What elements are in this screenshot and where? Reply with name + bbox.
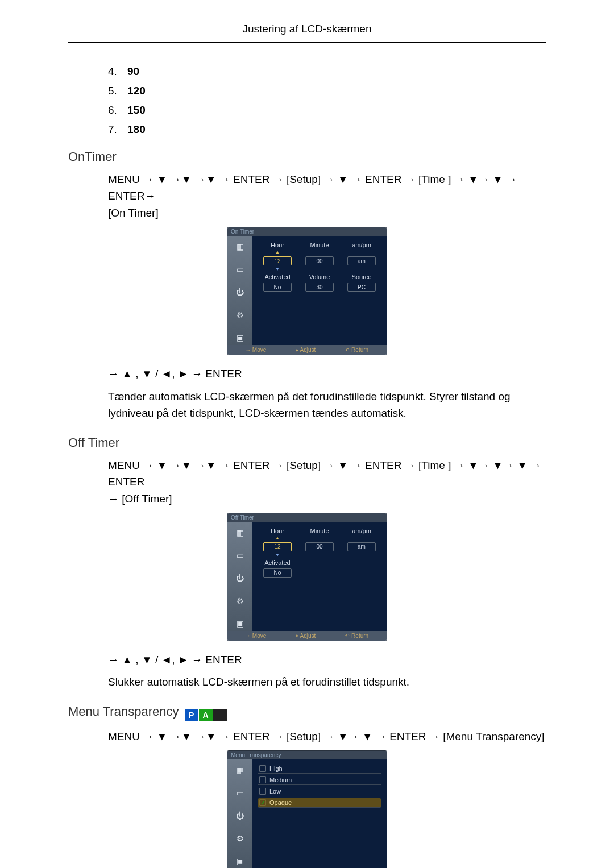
list-number: 5. (108, 85, 127, 97)
osd-label: Minute (310, 528, 329, 534)
picture-icon: ▦ (233, 525, 247, 540)
osd-value-ampm[interactable]: am (347, 542, 376, 551)
list-number: 7. (108, 123, 127, 136)
power-icon: ⏻ (233, 285, 247, 300)
osd-footer: ↔Move ♦Adjust ↶Return (227, 345, 387, 355)
a-mode-icon: A (199, 709, 213, 721)
screen-icon: ▭ (233, 262, 247, 277)
picture-icon: ▦ (233, 763, 247, 778)
list-value: 180 (127, 123, 146, 136)
description: Slukker automatisk LCD-skærmen på et for… (108, 674, 546, 690)
power-icon: ⏻ (233, 571, 247, 585)
up-triangle-icon: ▲ (275, 537, 280, 540)
osd-label: Activated (264, 559, 290, 566)
section-title-menu-transparency: Menu Transparency P A (68, 704, 546, 721)
osd-menu-transparency: Menu Transparency ▦ ▭ ⏻ ⚙ ▣ High Medium … (227, 750, 387, 868)
gear-icon: ⚙ (233, 831, 247, 846)
list-item: 7.180 (108, 123, 546, 136)
osd-value-activated[interactable]: No (263, 283, 292, 292)
nav-line: → ▲ , ▼ / ◄, ► → ENTER (108, 366, 546, 382)
osd-value-hour[interactable]: 12 (263, 542, 292, 551)
section-title-ontimer: OnTimer (68, 149, 546, 164)
move-icon: ↔ (246, 347, 251, 353)
osd-value-minute[interactable]: 00 (305, 542, 334, 551)
osd-sidebar: ▦ ▭ ⏻ ⚙ ▣ (227, 759, 252, 868)
screen-icon: ▭ (233, 548, 247, 563)
move-icon: ↔ (246, 633, 251, 638)
dark-mode-icon (213, 709, 227, 721)
list-value: 120 (127, 85, 146, 97)
list-number: 4. (108, 65, 127, 78)
osd-label: Source (352, 273, 372, 280)
p-mode-icon: P (185, 709, 198, 721)
osd-label: Hour (271, 528, 284, 534)
page-header: Justering af LCD-skærmen (68, 0, 546, 43)
description: Tænder automatisk LCD-skærmen på det for… (108, 388, 546, 422)
osd-value-ampm[interactable]: am (347, 256, 376, 265)
return-icon: ↶ (345, 633, 350, 638)
osd-label: am/pm (352, 528, 371, 534)
list-item: 4.90 (108, 65, 546, 78)
osd-footer: ↔Move ♦Adjust ↶Return (227, 631, 387, 641)
osd-value-source[interactable]: PC (347, 283, 376, 292)
osd-title: Menu Transparency (227, 751, 387, 759)
adjust-icon: ♦ (296, 347, 298, 353)
nav-line: MENU → ▼ →▼ →▼ → ENTER → [Setup] → ▼ → E… (108, 457, 546, 507)
gear-icon: ⚙ (233, 308, 247, 322)
osd-option-medium[interactable]: Medium (258, 775, 381, 785)
osd-option-low[interactable]: Low (258, 787, 381, 796)
list-value: 90 (127, 65, 139, 78)
ordered-list: 4.90 5.120 6.150 7.180 (68, 65, 546, 136)
osd-value-activated[interactable]: No (263, 568, 292, 578)
osd-sidebar: ▦ ▭ ⏻ ⚙ ▣ (227, 236, 252, 345)
adjust-icon: ♦ (296, 633, 298, 638)
osd-title: On Timer (227, 227, 387, 236)
nav-line: MENU → ▼ →▼ →▼ → ENTER → [Setup] → ▼ → E… (108, 171, 546, 221)
osd-label: am/pm (352, 242, 371, 248)
tv-icon: ▣ (233, 616, 247, 631)
osd-value-volume[interactable]: 30 (305, 283, 334, 292)
list-item: 6.150 (108, 104, 546, 117)
osd-off-timer: Off Timer ▦ ▭ ⏻ ⚙ ▣ Hour ▲ (227, 513, 387, 641)
tv-icon: ▣ (233, 854, 247, 868)
picture-icon: ▦ (233, 239, 247, 254)
nav-line: → ▲ , ▼ / ◄, ► → ENTER (108, 651, 546, 668)
gear-icon: ⚙ (233, 593, 247, 608)
osd-label: Minute (310, 242, 329, 248)
screen-icon: ▭ (233, 786, 247, 800)
down-triangle-icon: ▼ (275, 554, 280, 557)
osd-value-minute[interactable]: 00 (305, 256, 334, 265)
osd-value-hour[interactable]: 12 (263, 256, 292, 265)
osd-on-timer: On Timer ▦ ▭ ⏻ ⚙ ▣ Hour ▲ (227, 227, 387, 355)
check-icon: ✔ (259, 799, 266, 806)
osd-label: Activated (264, 273, 290, 280)
osd-title: Off Timer (227, 513, 387, 522)
up-triangle-icon: ▲ (275, 251, 280, 254)
osd-option-opaque[interactable]: ✔Opaque (258, 798, 381, 808)
power-icon: ⏻ (233, 808, 247, 823)
osd-option-high[interactable]: High (258, 764, 381, 774)
down-triangle-icon: ▼ (275, 268, 280, 271)
osd-label: Hour (271, 242, 284, 248)
osd-sidebar: ▦ ▭ ⏻ ⚙ ▣ (227, 522, 252, 631)
return-icon: ↶ (345, 347, 350, 353)
tv-icon: ▣ (233, 330, 247, 345)
list-number: 6. (108, 104, 127, 117)
list-item: 5.120 (108, 85, 546, 97)
osd-label: Volume (309, 273, 330, 280)
section-title-offtimer: Off Timer (68, 435, 546, 450)
list-value: 150 (127, 104, 146, 117)
nav-line: MENU → ▼ →▼ →▼ → ENTER → [Setup] → ▼→ ▼ … (108, 728, 546, 745)
